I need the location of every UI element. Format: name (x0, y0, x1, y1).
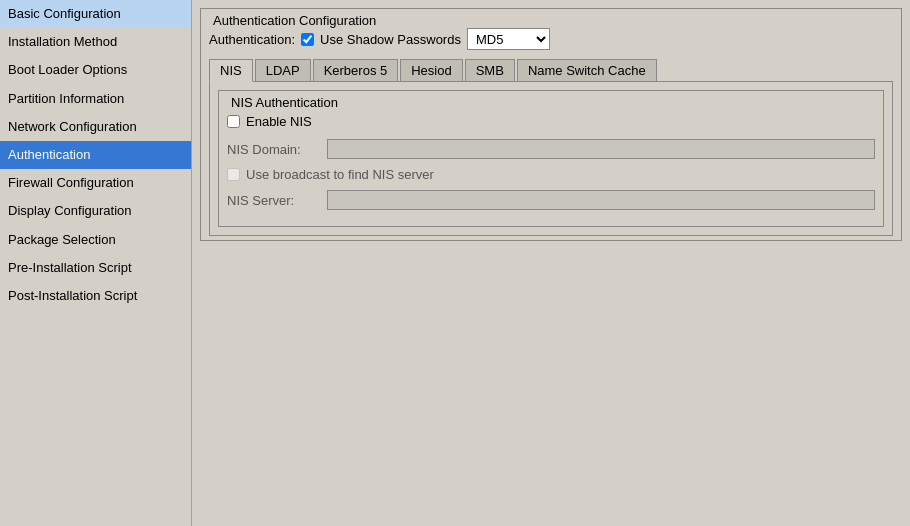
nis-content-box: NIS Authentication Enable NIS NIS Domain… (209, 81, 893, 236)
sidebar-item-partition-information[interactable]: Partition Information (0, 85, 191, 113)
sidebar-item-basic-configuration[interactable]: Basic Configuration (0, 0, 191, 28)
sidebar-item-display-configuration[interactable]: Display Configuration (0, 197, 191, 225)
auth-config-section: Authentication Configuration Authenticat… (200, 8, 902, 241)
enable-nis-label: Enable NIS (246, 114, 312, 129)
auth-tabs: NISLDAPKerberos 5HesiodSMBName Switch Ca… (209, 58, 893, 81)
nis-server-row: NIS Server: (227, 190, 875, 210)
tab-nis[interactable]: NIS (209, 59, 253, 82)
enable-nis-row: Enable NIS (227, 114, 875, 129)
tab-hesiod[interactable]: Hesiod (400, 59, 462, 82)
broadcast-label: Use broadcast to find NIS server (246, 167, 434, 182)
tab-name-switch-cache[interactable]: Name Switch Cache (517, 59, 657, 82)
enable-nis-checkbox[interactable] (227, 115, 240, 128)
sidebar-item-boot-loader-options[interactable]: Boot Loader Options (0, 56, 191, 84)
main-content: Authentication Configuration Authenticat… (192, 0, 910, 526)
nis-domain-row: NIS Domain: (227, 139, 875, 159)
tab-kerberos5[interactable]: Kerberos 5 (313, 59, 399, 82)
nis-legend: NIS Authentication (227, 95, 875, 110)
nis-server-label: NIS Server: (227, 193, 327, 208)
shadow-passwords-label: Use Shadow Passwords (320, 32, 461, 47)
nis-domain-input (327, 139, 875, 159)
nis-fieldset: NIS Authentication Enable NIS NIS Domain… (218, 90, 884, 227)
tab-ldap[interactable]: LDAP (255, 59, 311, 82)
sidebar-item-pre-installation-script[interactable]: Pre-Installation Script (0, 254, 191, 282)
sidebar-item-installation-method[interactable]: Installation Method (0, 28, 191, 56)
tab-smb[interactable]: SMB (465, 59, 515, 82)
shadow-passwords-checkbox[interactable] (301, 33, 314, 46)
sidebar-item-firewall-configuration[interactable]: Firewall Configuration (0, 169, 191, 197)
sidebar: Basic ConfigurationInstallation MethodBo… (0, 0, 192, 526)
sidebar-item-package-selection[interactable]: Package Selection (0, 226, 191, 254)
auth-label: Authentication: (209, 32, 295, 47)
nis-domain-label: NIS Domain: (227, 142, 327, 157)
md5-select[interactable]: MD5SHA-256SHA-512 (467, 28, 550, 50)
sidebar-item-network-configuration[interactable]: Network Configuration (0, 113, 191, 141)
broadcast-checkbox (227, 168, 240, 181)
auth-row: Authentication: Use Shadow Passwords MD5… (209, 28, 893, 50)
auth-config-title: Authentication Configuration (209, 13, 893, 28)
sidebar-item-post-installation-script[interactable]: Post-Installation Script (0, 282, 191, 310)
sidebar-item-authentication[interactable]: Authentication (0, 141, 191, 169)
nis-broadcast-row: Use broadcast to find NIS server (227, 167, 875, 182)
nis-server-input (327, 190, 875, 210)
